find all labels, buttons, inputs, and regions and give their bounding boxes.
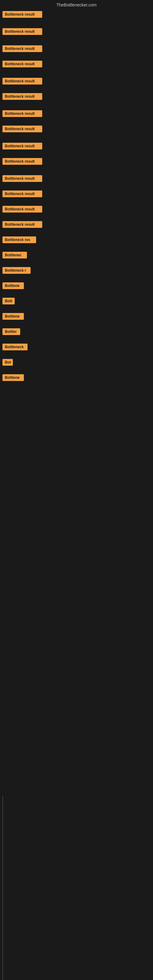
vertical-line-decoration <box>2 796 3 980</box>
bottleneck-badge-3[interactable]: Bottleneck result <box>2 45 42 52</box>
empty-space <box>0 385 153 507</box>
list-item[interactable]: Bottleneck result <box>1 221 152 229</box>
list-item[interactable]: Bottler <box>1 328 152 336</box>
bottleneck-badge-12[interactable]: Bottleneck result <box>2 191 42 197</box>
list-item[interactable]: Bott <box>1 298 152 305</box>
list-item[interactable]: Bottleneck result <box>1 60 152 68</box>
list-item[interactable]: Bottlenec <box>1 252 152 260</box>
bottleneck-badge-6[interactable]: Bottleneck result <box>2 93 42 100</box>
bottleneck-badge-15[interactable]: Bottleneck res <box>2 236 36 243</box>
bottleneck-badge-2[interactable]: Bottleneck result <box>2 28 42 35</box>
list-item[interactable]: Bottleneck result <box>1 143 152 151</box>
bottleneck-badge-19[interactable]: Bott <box>2 298 15 304</box>
list-item[interactable]: Bottleneck result <box>1 175 152 183</box>
list-item[interactable]: Bottleneck result <box>1 126 152 134</box>
bottleneck-badge-4[interactable]: Bottleneck result <box>2 60 42 67</box>
list-item[interactable]: Bottleneck result <box>1 191 152 199</box>
list-item[interactable]: Bottleneck res <box>1 236 152 244</box>
list-item[interactable]: Bottlene <box>1 374 152 382</box>
bottleneck-badge-23[interactable]: Bot <box>2 359 13 366</box>
bottleneck-badge-16[interactable]: Bottlenec <box>2 252 27 258</box>
bottleneck-badge-8[interactable]: Bottleneck result <box>2 126 42 132</box>
bottleneck-badge-7[interactable]: Bottleneck result <box>2 110 42 117</box>
list-item[interactable]: Bottleneck result <box>1 93 152 101</box>
bottleneck-badge-20[interactable]: Bottlene <box>2 313 24 320</box>
bottleneck-badge-22[interactable]: Bottleneck <box>2 344 27 350</box>
list-item[interactable]: Bottlene <box>1 282 152 290</box>
bottleneck-badge-10[interactable]: Bottleneck result <box>2 158 42 165</box>
list-item[interactable]: Bot <box>1 359 152 367</box>
bottleneck-badge-14[interactable]: Bottleneck result <box>2 221 42 228</box>
bottleneck-badge-1[interactable]: Bottleneck result <box>2 11 42 18</box>
bottleneck-badge-9[interactable]: Bottleneck result <box>2 143 42 150</box>
list-item[interactable]: Bottleneck result <box>1 11 152 19</box>
bottleneck-badge-17[interactable]: Bottleneck r <box>2 267 30 274</box>
site-title: TheBottlenecker.com <box>0 0 153 11</box>
bottleneck-badge-18[interactable]: Bottlene <box>2 282 24 289</box>
list-item[interactable]: Bottleneck r <box>1 267 152 275</box>
list-item[interactable]: Bottleneck result <box>1 28 152 36</box>
list-item[interactable]: Bottleneck result <box>1 45 152 53</box>
list-item[interactable]: Bottleneck result <box>1 110 152 118</box>
list-item[interactable]: Bottleneck result <box>1 158 152 166</box>
bottleneck-badge-11[interactable]: Bottleneck result <box>2 175 42 182</box>
list-item[interactable]: Bottleneck result <box>1 206 152 214</box>
list-item[interactable]: Bottleneck <box>1 344 152 352</box>
results-list: Bottleneck result Bottleneck result Bott… <box>0 11 153 382</box>
bottleneck-badge-24[interactable]: Bottlene <box>2 374 24 381</box>
bottleneck-badge-21[interactable]: Bottler <box>2 328 20 335</box>
list-item[interactable]: Bottlene <box>1 313 152 321</box>
list-item[interactable]: Bottleneck result <box>1 78 152 86</box>
bottleneck-badge-13[interactable]: Bottleneck result <box>2 206 42 213</box>
bottleneck-badge-5[interactable]: Bottleneck result <box>2 78 42 84</box>
